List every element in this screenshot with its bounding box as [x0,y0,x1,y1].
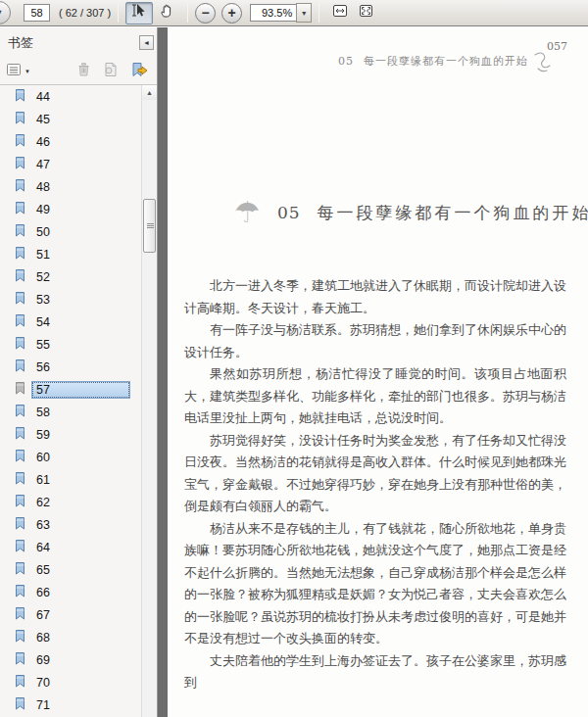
panel-divider[interactable] [157,27,168,717]
bookmark-label: 49 [31,201,130,218]
bookmark-label: 51 [31,246,130,263]
bookmark-item[interactable]: 69 [0,648,141,671]
paragraph: 果然如苏玥所想，杨洁忙得没了睡觉的时间。该项目占地面积大，建筑类型多样化、功能多… [184,363,566,430]
bookmark-label: 53 [31,291,130,309]
bookmark-item[interactable]: 66 [0,581,141,603]
zoom-out-button[interactable]: − [195,3,216,24]
new-bookmark-icon [130,64,149,80]
bookmarks-panel-title: 书签 [8,34,139,52]
paragraph: 苏玥觉得好笑，没设计任务时为奖金发愁，有了任务却又忙得没日没夜。当然杨洁的花销就… [184,430,566,518]
bookmark-label: 68 [31,629,130,646]
bookmark-item[interactable]: 70 [0,671,141,693]
bookmark-item[interactable]: 62 [0,491,141,513]
page-number-input[interactable] [24,4,50,22]
zoom-dropdown-button[interactable]: ▼ [296,3,312,23]
zoom-level-value[interactable]: 93.5% [250,4,297,22]
bookmark-label: 62 [31,494,130,511]
bookmark-item[interactable]: 56 [0,356,141,378]
delete-bookmark-button[interactable] [76,62,91,81]
bookmark-item[interactable]: 54 [0,311,141,333]
new-bookmark-button[interactable] [130,62,149,81]
bookmark-icon [15,471,25,489]
hand-icon [159,3,174,23]
chapter-number: 05 [277,203,301,222]
scrollbar-up-button[interactable]: ▲ [142,85,157,100]
bookmark-item[interactable]: 68 [0,626,141,648]
bookmark-label: 65 [31,561,130,579]
bookmark-item[interactable]: 61 [0,468,141,491]
scrollbar-thumb[interactable] [143,199,156,253]
trash-icon [76,64,91,80]
paragraph: 北方一进入冬季，建筑工地就进入了休眠期，而设计院却进入设计高峰期。冬天设计，春天… [184,275,566,319]
bookmark-item[interactable]: 67 [0,603,141,626]
bookmark-item[interactable]: 45 [0,108,141,130]
export-bookmark-button[interactable] [103,62,119,81]
scrollbar-grip [147,223,154,229]
bookmark-item[interactable]: 47 [0,153,141,175]
bookmark-item[interactable]: 50 [0,220,141,243]
bookmark-icon [15,381,25,399]
bookmarks-panel: 书签 ◄ ▼ [0,27,157,717]
bookmark-icon [15,651,25,669]
bookmark-item[interactable]: 71 [0,693,141,716]
bookmark-options-button[interactable]: ▼ [6,63,30,80]
document-page: 05每一段孽缘都有一个狗血的开始 057 ☂ 05 每一段孽缘都有一个狗血的开始… [168,27,588,717]
bookmark-icon [15,223,25,241]
chevron-down-icon: ▼ [24,69,30,74]
bookmark-item[interactable]: 60 [0,446,141,468]
bookmark-item[interactable]: 57 [0,378,141,401]
plus-icon: + [228,6,236,20]
bookmark-label: 67 [31,606,130,624]
page-down-button[interactable]: ▼ [0,1,11,24]
bookmark-label: 61 [31,471,130,489]
bookmark-label: 71 [31,696,130,714]
collapse-arrow-icon: ◄ [143,39,150,46]
bookmark-label: 46 [31,133,130,151]
select-cursor-icon [131,3,147,23]
bookmarks-toolbar: ▼ [0,58,157,85]
bookmark-item[interactable]: 52 [0,265,141,288]
bookmark-label: 70 [31,674,130,692]
collapse-panel-button[interactable]: ◄ [139,35,154,50]
bookmark-item[interactable]: 44 [0,85,141,108]
bookmark-item[interactable]: 51 [0,243,141,265]
bookmark-item[interactable]: 65 [0,558,141,581]
bookmark-label: 57 [31,381,130,399]
chevron-down-icon: ▼ [301,10,308,17]
bookmark-item[interactable]: 59 [0,423,141,446]
bookmark-label: 55 [31,336,130,354]
bookmark-icon [15,404,25,421]
bookmark-item[interactable]: 49 [0,198,141,220]
fit-page-button[interactable] [353,2,379,24]
bookmark-label: 48 [31,178,130,196]
bookmark-item[interactable]: 58 [0,401,141,423]
hand-tool-button[interactable] [153,2,180,24]
bookmark-icon [15,696,25,714]
body-text: 北方一进入冬季，建筑工地就进入了休眠期，而设计院却进入设计高峰期。冬天设计，春天… [184,275,566,694]
bookmark-icon [15,178,25,196]
select-tool-button[interactable] [125,2,153,24]
bookmark-label: 56 [31,358,130,376]
running-header-text: 05每一段孽缘都有一个狗血的开始 [338,54,528,69]
zoom-in-button[interactable]: + [221,3,242,24]
bookmark-label: 44 [31,88,130,106]
running-header: 05每一段孽缘都有一个狗血的开始 057 [338,40,567,73]
bookmark-icon [15,606,25,624]
bookmark-item[interactable]: 55 [0,333,141,356]
chapter-title: 每一段孽缘都有一个狗血的开始 [318,202,588,224]
bookmark-item[interactable]: 48 [0,175,141,198]
bookmark-item[interactable]: 63 [0,513,141,536]
toolbar-separator [187,3,188,23]
bookmarks-scrollbar[interactable]: ▲ [141,85,157,717]
toolbar-separator [118,3,119,23]
bookmark-icon [15,516,25,534]
bookmark-label: 64 [31,539,130,556]
bookmark-icon [15,539,25,556]
bookmark-item[interactable]: 64 [0,536,141,558]
bookmark-item[interactable]: 46 [0,130,141,153]
bookmark-item[interactable]: 53 [0,288,141,311]
running-chapter-number: 05 [338,55,354,68]
fit-width-button[interactable] [326,2,353,24]
toolbar: ▼ ( 62 / 307 ) − + 93.5% ▼ [0,0,588,26]
bookmark-icon [15,336,25,354]
